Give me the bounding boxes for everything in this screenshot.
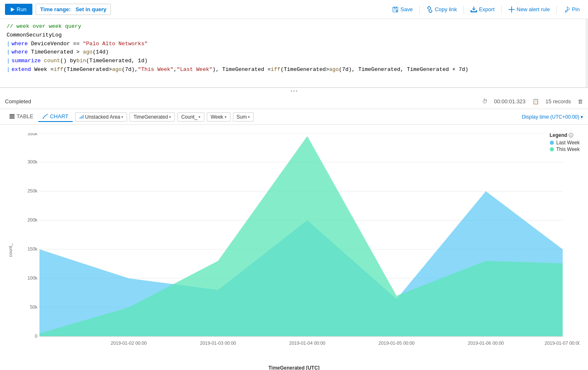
svg-text:2019-01-07 00:00: 2019-01-07 00:00 [545, 341, 580, 346]
chart-container: count_ Legend i Last Week This Week [0, 125, 588, 370]
svg-text:250k: 250k [27, 188, 37, 193]
run-button[interactable]: Run [5, 4, 32, 15]
display-time-dropdown[interactable]: Display time (UTC+00:00) ▾ [522, 114, 583, 120]
svg-text:50k: 50k [30, 304, 37, 309]
svg-text:200k: 200k [27, 217, 37, 222]
copy-link-label: Copy link [435, 6, 457, 12]
chart-type-dropdown[interactable]: Unstacked Area ▾ [75, 112, 127, 122]
code-editor[interactable]: // week over week query CommonSecurityLo… [0, 19, 588, 88]
new-alert-rule-action[interactable]: New alert rule [505, 6, 553, 13]
time-range-button[interactable]: Time range: Set in query [36, 4, 111, 15]
code-line-4: | where TimeGenerated > ago(14d) [7, 48, 581, 57]
y-axis-label: count_ [8, 243, 13, 257]
chart-toolbar: TABLE CHART Unstacked Area ▾ TimeGenerat… [0, 109, 588, 125]
status-meta: ⏱ 00:00:01.323 📋 15 records 🗑 [482, 98, 583, 105]
svg-rect-2 [10, 117, 15, 117]
export-action[interactable]: Export [467, 6, 498, 13]
save-icon [392, 6, 399, 13]
code-table: CommonSecurityLog [7, 31, 62, 40]
svg-text:350k: 350k [27, 133, 37, 136]
svg-text:100k: 100k [27, 275, 37, 280]
top-toolbar: Run Time range: Set in query Save Copy l… [0, 0, 588, 19]
aggregation-label: Sum [237, 114, 247, 120]
export-icon [470, 6, 477, 13]
aggregation-dropdown[interactable]: Sum ▾ [233, 112, 254, 122]
status-records: 15 records [546, 98, 571, 105]
code-line-6: | extend Week = iff(TimeGenerated>ago(7d… [7, 66, 581, 74]
pin-action[interactable]: Pin [560, 6, 583, 13]
y-axis-label: Count_ [181, 114, 197, 120]
code-line-2: CommonSecurityLog [7, 31, 581, 40]
code-comment: // week over week query [7, 22, 81, 31]
y-axis-caret: ▾ [198, 115, 201, 119]
table-tab-label: TABLE [17, 113, 33, 119]
status-text: Completed [5, 98, 479, 105]
duration-icon: ⏱ [482, 98, 488, 105]
svg-text:0: 0 [35, 333, 37, 338]
display-time-caret: ▾ [581, 114, 583, 120]
chart-type-icon [79, 114, 84, 119]
svg-text:2019-01-02 00:00: 2019-01-02 00:00 [111, 341, 147, 346]
chart-type-caret: ▾ [121, 115, 123, 119]
chart-icon [42, 114, 48, 119]
status-duration: 00:00:01.323 [494, 98, 526, 105]
save-label: Save [400, 6, 413, 12]
pin-label: Pin [572, 6, 580, 12]
pin-icon [564, 6, 570, 13]
svg-text:2019-01-04 00:00: 2019-01-04 00:00 [289, 341, 326, 346]
aggregation-caret: ▾ [248, 115, 250, 119]
chart-tab-label: CHART [50, 113, 69, 119]
divider4 [556, 5, 557, 14]
copy-link-icon [426, 6, 433, 13]
split-by-dropdown[interactable]: Week ▾ [207, 112, 230, 122]
svg-text:300k: 300k [27, 159, 37, 164]
code-line-3: | where DeviceVendor == "Palo Alto Netwo… [7, 40, 581, 49]
status-bar: Completed ⏱ 00:00:01.323 📋 15 records 🗑 [0, 94, 588, 109]
resize-handle[interactable]: • • • [0, 88, 588, 94]
svg-rect-3 [10, 118, 15, 119]
y-axis-dropdown[interactable]: Count_ ▾ [177, 112, 204, 122]
save-action[interactable]: Save [389, 6, 416, 13]
table-icon [9, 114, 15, 119]
new-alert-rule-icon [508, 6, 515, 13]
svg-rect-1 [10, 115, 15, 116]
x-axis-label: TimeGenerated [UTC] [268, 365, 319, 370]
copy-link-action[interactable]: Copy link [423, 6, 460, 13]
svg-text:2019-01-05 00:00: 2019-01-05 00:00 [379, 341, 415, 346]
code-line-5: | summarize count() by bin(TimeGenerated… [7, 57, 581, 66]
x-axis-caret: ▾ [169, 115, 171, 119]
editor-scrollbar[interactable] [586, 19, 588, 87]
divider1 [419, 5, 420, 14]
x-axis-dropdown[interactable]: TimeGenerated ▾ [130, 112, 175, 122]
chart-type-label: Unstacked Area [85, 114, 120, 120]
divider3 [501, 5, 502, 14]
svg-marker-4 [79, 114, 84, 119]
divider2 [463, 5, 464, 14]
chart-area: count_ Legend i Last Week This Week [0, 125, 588, 370]
code-line-1: // week over week query [7, 22, 581, 31]
split-by-caret: ▾ [225, 115, 227, 119]
svg-text:2019-01-06 00:00: 2019-01-06 00:00 [468, 341, 504, 346]
svg-text:150k: 150k [27, 246, 37, 251]
table-tab[interactable]: TABLE [5, 112, 37, 122]
export-label: Export [479, 6, 495, 12]
split-by-label: Week [211, 114, 223, 120]
x-axis-label: TimeGenerated [133, 114, 168, 120]
time-range-label: Time range: [40, 6, 71, 12]
records-icon: 📋 [532, 98, 539, 105]
chart-svg: 0 50k 100k 150k 200k 250k 300k 350k 2019… [23, 133, 580, 354]
new-alert-rule-label: New alert rule [517, 6, 550, 12]
svg-text:2019-01-03 00:00: 2019-01-03 00:00 [200, 341, 236, 346]
delete-icon[interactable]: 🗑 [578, 98, 583, 105]
time-range-value: Set in query [76, 6, 106, 12]
svg-rect-0 [10, 114, 15, 115]
chart-tab[interactable]: CHART [38, 112, 73, 122]
display-time-label: Display time (UTC+00:00) [522, 114, 579, 120]
